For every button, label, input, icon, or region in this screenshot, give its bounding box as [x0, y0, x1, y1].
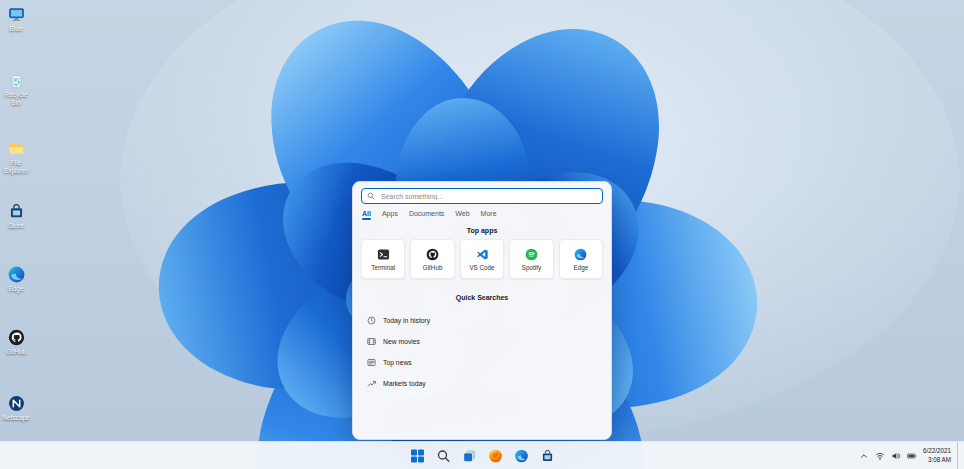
task-view-button[interactable]: [459, 445, 480, 466]
search-box[interactable]: [361, 188, 603, 204]
quick-search-today-in-history[interactable]: Today in history: [363, 310, 601, 331]
windows-start-icon: [410, 449, 424, 463]
tab-more[interactable]: More: [481, 210, 497, 220]
desktop-icon-github[interactable]: GitHub: [0, 329, 32, 356]
network-status-button[interactable]: [875, 451, 885, 461]
taskbar: 6/22/2021 3:08 AM: [0, 441, 964, 469]
volume-button[interactable]: [891, 451, 901, 461]
quick-search-label: Markets today: [383, 380, 426, 387]
search-input[interactable]: [379, 192, 597, 201]
tab-all[interactable]: All: [362, 210, 371, 220]
desktop-icon-label: Store: [8, 222, 24, 230]
app-tile-label: VS Code: [469, 264, 494, 271]
store-button[interactable]: [537, 445, 558, 466]
quick-search-label: Top news: [383, 359, 412, 366]
tray-overflow-button[interactable]: [859, 451, 869, 461]
spotify-icon: [525, 248, 538, 261]
quick-searches-list: Today in history New movies Top news Mar…: [363, 310, 601, 394]
search-icon: [367, 192, 375, 200]
tray-date: 6/22/2021: [923, 447, 951, 456]
chart-icon: [367, 379, 376, 388]
desktop-icon-blue[interactable]: Blue: [0, 6, 32, 33]
task-view-icon: [462, 449, 476, 463]
battery-button[interactable]: [907, 451, 917, 461]
edge-icon: [574, 248, 587, 261]
github-icon: [426, 248, 439, 261]
desktop-icon-edge[interactable]: Edge: [0, 266, 32, 293]
app-tile-label: Spotify: [522, 264, 541, 271]
app-tile-spotify[interactable]: Spotify: [509, 239, 553, 279]
top-apps-grid: Terminal GitHub VS Code Spotify Edge: [361, 239, 603, 279]
tab-apps[interactable]: Apps: [382, 210, 398, 220]
desktop-icon-label: Netscape: [2, 414, 29, 422]
desktop-screen: Blue Recycle Bin File Explorer Store Edg…: [0, 0, 964, 469]
start-button[interactable]: [407, 445, 428, 466]
clock-icon: [367, 316, 376, 325]
top-apps-heading: Top apps: [353, 227, 611, 234]
desktop-icon-file-explorer[interactable]: File Explorer: [0, 140, 32, 175]
folder-icon: [8, 140, 25, 157]
search-icon: [436, 449, 450, 463]
github-icon: [8, 329, 25, 346]
edge-icon: [8, 266, 25, 283]
app-tile-vscode[interactable]: VS Code: [460, 239, 504, 279]
edge-icon: [514, 449, 528, 463]
app-tile-label: GitHub: [423, 264, 443, 271]
edge-button[interactable]: [511, 445, 532, 466]
chevron-up-icon: [859, 451, 869, 461]
vscode-icon: [476, 248, 489, 261]
netscape-icon: [8, 395, 25, 412]
store-icon: [8, 203, 25, 220]
volume-icon: [891, 451, 901, 461]
quick-search-new-movies[interactable]: New movies: [363, 331, 601, 352]
film-icon: [367, 337, 376, 346]
taskbar-system-tray: 6/22/2021 3:08 AM: [859, 442, 960, 469]
store-icon: [540, 449, 554, 463]
quick-search-top-news[interactable]: Top news: [363, 352, 601, 373]
tab-web[interactable]: Web: [455, 210, 469, 220]
quick-search-label: Today in history: [383, 317, 430, 324]
desktop-icon-recycle-bin[interactable]: Recycle Bin: [0, 72, 32, 107]
recycle-bin-icon: [8, 72, 25, 89]
quick-search-label: New movies: [383, 338, 420, 345]
battery-icon: [907, 451, 917, 461]
tray-time: 3:08 AM: [923, 456, 951, 465]
firefox-icon: [488, 449, 502, 463]
app-tile-terminal[interactable]: Terminal: [361, 239, 405, 279]
app-tile-label: Edge: [573, 264, 588, 271]
show-desktop-button[interactable]: [957, 442, 960, 469]
desktop-icon-label: File Explorer: [0, 159, 32, 175]
quick-search-markets-today[interactable]: Markets today: [363, 373, 601, 394]
app-tile-label: Terminal: [371, 264, 395, 271]
wifi-icon: [875, 451, 885, 461]
app-tile-github[interactable]: GitHub: [410, 239, 454, 279]
monitor-icon: [8, 6, 25, 23]
tab-documents[interactable]: Documents: [409, 210, 444, 220]
search-filter-tabs: All Apps Documents Web More: [362, 210, 497, 220]
desktop-icon-label: Edge: [8, 285, 23, 293]
terminal-icon: [377, 248, 390, 261]
desktop-icon-label: Recycle Bin: [0, 91, 32, 107]
search-panel: All Apps Documents Web More Top apps Ter…: [352, 181, 612, 440]
quick-searches-heading: Quick Searches: [353, 294, 611, 301]
desktop-icon-label: GitHub: [6, 348, 26, 356]
desktop-icon-netscape[interactable]: Netscape: [0, 395, 32, 422]
taskbar-center-icons: [407, 442, 558, 469]
firefox-button[interactable]: [485, 445, 506, 466]
desktop-icon-store[interactable]: Store: [0, 203, 32, 230]
clock[interactable]: 6/22/2021 3:08 AM: [923, 447, 951, 464]
app-tile-edge[interactable]: Edge: [559, 239, 603, 279]
newspaper-icon: [367, 358, 376, 367]
taskbar-search-button[interactable]: [433, 445, 454, 466]
desktop-icon-label: Blue: [9, 25, 22, 33]
